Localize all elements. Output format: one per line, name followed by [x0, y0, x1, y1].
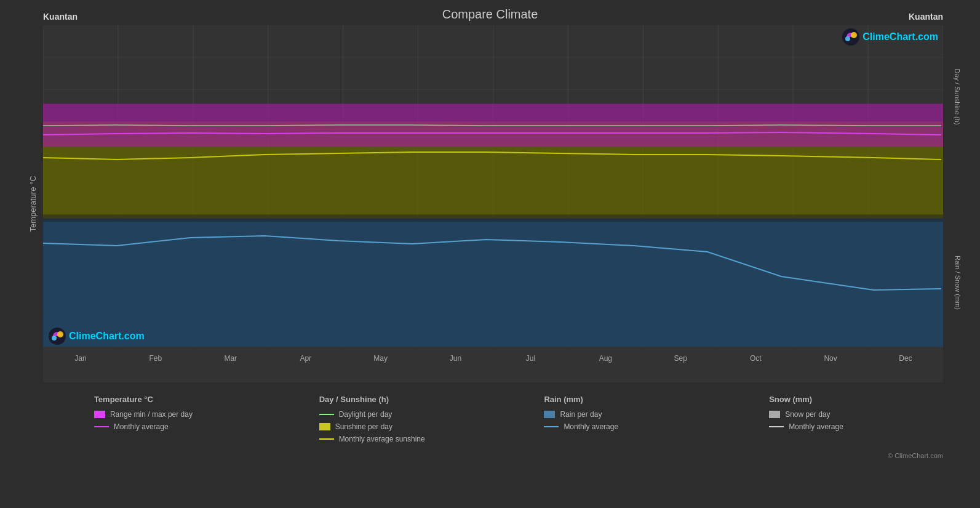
legend-swatch-snow: [769, 411, 780, 418]
legend-swatch-sunshine: [319, 423, 330, 430]
watermark-top-right: ClimeChart.com: [842, 28, 938, 46]
svg-point-1: [851, 32, 857, 38]
page-title: Compare Climate: [0, 0, 980, 25]
watermark-text-top: ClimeChart.com: [862, 31, 938, 42]
y-axis-right-label-top: Day / Sunshine (h): [953, 68, 960, 124]
y-axis-left-label: Temperature °C: [28, 175, 38, 232]
main-container: Compare Climate Kuantan Kuantan ClimeCha…: [0, 0, 980, 508]
watermark-bottom-left: ClimeChart.com: [48, 327, 145, 345]
legend-label-sunshine: Sunshine per day: [335, 422, 392, 431]
main-chart-svg: 50 40 30 20 10 0 -10 -20 -30 -40 -50 24 …: [43, 25, 943, 382]
legend-swatch-rain: [544, 411, 555, 418]
legend-item-rain-day: Rain per day: [544, 410, 667, 419]
legend-section-snow: Snow (mm) Snow per day Monthly average: [769, 395, 892, 443]
legend-section-sunshine: Day / Sunshine (h) Daylight per day Suns…: [319, 395, 442, 443]
svg-rect-34: [43, 218, 943, 347]
legend-item-snow-day: Snow per day: [769, 410, 892, 419]
legend-line-temp-avg: [94, 426, 109, 427]
legend-title-sunshine: Day / Sunshine (h): [319, 395, 442, 404]
legend-label-daylight: Daylight per day: [339, 410, 392, 419]
legend-swatch-temp-range: [94, 411, 105, 418]
legend-label-snow-day: Snow per day: [785, 410, 830, 419]
svg-text:Nov: Nov: [824, 354, 837, 363]
location-left: Kuantan: [43, 12, 78, 22]
legend-label-snow-avg: Monthly average: [789, 422, 843, 431]
copyright-text: © ClimeChart.com: [0, 452, 943, 459]
svg-text:Jun: Jun: [450, 354, 461, 363]
legend-item-snow-avg: Monthly average: [769, 422, 892, 431]
legend-area: Temperature °C Range min / max per day M…: [43, 389, 943, 450]
y-axis-right-label-bottom: Rain / Snow (mm): [954, 256, 962, 310]
svg-text:Jul: Jul: [526, 354, 535, 363]
legend-line-rain-avg: [544, 426, 559, 427]
climechart-logo-icon: [842, 28, 860, 46]
legend-section-rain: Rain (mm) Rain per day Monthly average: [544, 395, 667, 443]
svg-point-4: [57, 331, 63, 337]
legend-title-snow: Snow (mm): [769, 395, 892, 404]
legend-item-daylight: Daylight per day: [319, 410, 442, 419]
legend-item-temp-avg: Monthly average: [94, 422, 217, 431]
svg-text:Oct: Oct: [750, 354, 762, 363]
climechart-logo-icon-2: [48, 327, 66, 345]
legend-line-snow-avg: [769, 426, 784, 427]
legend-line-sunshine-avg: [319, 438, 334, 440]
svg-text:Jan: Jan: [74, 354, 86, 363]
legend-item-temp-range: Range min / max per day: [94, 410, 217, 419]
watermark-text-bottom: ClimeChart.com: [69, 331, 145, 342]
legend-item-sunshine: Sunshine per day: [319, 422, 442, 431]
legend-section-temperature: Temperature °C Range min / max per day M…: [94, 395, 217, 443]
legend-title-rain: Rain (mm): [544, 395, 667, 404]
legend-item-sunshine-avg: Monthly average sunshine: [319, 435, 442, 443]
chart-area: Kuantan Kuantan ClimeChart.com ClimeChar…: [43, 25, 943, 382]
svg-text:May: May: [373, 354, 388, 363]
svg-text:Mar: Mar: [224, 354, 237, 363]
svg-text:Dec: Dec: [899, 354, 912, 363]
legend-label-sunshine-avg: Monthly average sunshine: [339, 435, 425, 443]
svg-text:Apr: Apr: [300, 354, 311, 363]
legend-label-rain-avg: Monthly average: [564, 422, 618, 431]
legend-label-temp-avg: Monthly average: [114, 422, 169, 431]
legend-item-rain-avg: Monthly average: [544, 422, 667, 431]
legend-line-daylight: [319, 414, 334, 415]
svg-text:Feb: Feb: [149, 354, 162, 363]
svg-text:Aug: Aug: [599, 354, 612, 363]
legend-title-temperature: Temperature °C: [94, 395, 217, 404]
svg-point-2: [845, 36, 850, 41]
legend-label-temp-range: Range min / max per day: [110, 410, 193, 419]
svg-text:Sep: Sep: [674, 354, 688, 363]
location-right: Kuantan: [909, 12, 943, 22]
legend-label-rain-day: Rain per day: [560, 410, 602, 419]
svg-point-5: [52, 336, 57, 341]
svg-rect-39: [43, 214, 943, 222]
